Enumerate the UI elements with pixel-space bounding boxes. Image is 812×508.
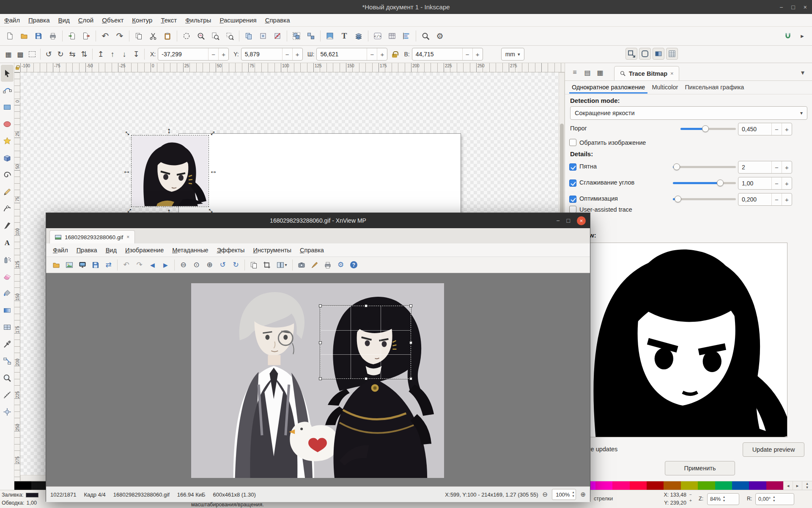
apply-button[interactable]: Применить [665, 461, 735, 475]
threshold-spinbox[interactable]: 0,450−+ [738, 123, 792, 135]
tool-connector[interactable] [1, 353, 14, 370]
palette-color[interactable] [698, 481, 715, 490]
xn-browser-button[interactable] [49, 259, 63, 271]
selection-handle-top-left[interactable] [319, 304, 322, 307]
x-increment[interactable]: + [218, 48, 228, 60]
flip-vertical-button[interactable]: ⇅ [78, 48, 90, 60]
layers-panel-icon[interactable]: ▤ [581, 66, 594, 79]
coord-spin-buttons[interactable]: −+ [689, 492, 692, 504]
lower-to-bottom-button[interactable]: ↧ [130, 48, 142, 60]
menu-layer[interactable]: Слой [74, 14, 98, 27]
coord-plus-icon[interactable]: + [689, 498, 692, 504]
xml-editor-button[interactable]: </> [370, 29, 385, 43]
xn-menu-image[interactable]: Изображение [121, 243, 168, 257]
cut-button[interactable] [146, 29, 160, 43]
lower-button[interactable]: ↓ [118, 48, 130, 60]
palette-color[interactable] [715, 481, 732, 490]
y-field[interactable]: 5,879−+ [241, 48, 303, 61]
xn-zoom-fit-button[interactable]: ⊙ [190, 259, 203, 271]
transform-gradients-toggle[interactable] [653, 48, 664, 60]
xn-rotate-right-button[interactable]: ↻ [229, 259, 242, 271]
xn-menu-effects[interactable]: Эффекты [213, 243, 249, 257]
xn-status-zoom-in-icon[interactable]: ⊕ [580, 491, 586, 498]
palette-color[interactable] [14, 481, 31, 490]
xn-help-button[interactable]: ? [347, 259, 360, 271]
palette-down-icon[interactable]: ▾ [806, 486, 808, 489]
xn-copy-move-button[interactable] [247, 259, 260, 271]
selection-handle-bottom[interactable] [365, 377, 368, 380]
xn-menu-tools[interactable]: Инструменты [249, 243, 296, 257]
xn-zoom-out-button[interactable]: ⊖ [177, 259, 190, 271]
trace-tab-close-icon[interactable]: × [670, 70, 674, 77]
height-value[interactable]: 44,715 [412, 51, 462, 58]
text-dialog-button[interactable]: T [337, 29, 351, 43]
select-all-button[interactable]: ▦ [3, 48, 14, 60]
import-button[interactable] [65, 29, 79, 43]
xn-menu-file[interactable]: Файл [49, 243, 72, 257]
smoothing-slider[interactable] [673, 182, 736, 184]
tool-mesh-gradient[interactable] [1, 319, 14, 336]
minimize-button[interactable]: − [779, 4, 783, 11]
zoom-selection-button[interactable] [222, 29, 237, 43]
speckles-increment[interactable]: + [782, 161, 792, 173]
y-value[interactable]: 5,879 [241, 51, 282, 58]
selection-handle-left[interactable] [319, 341, 322, 344]
selection-handle-top[interactable] [365, 304, 368, 307]
invert-image-checkbox[interactable] [569, 139, 576, 146]
update-preview-button[interactable]: Update preview [743, 442, 804, 457]
align-distribute-button[interactable] [399, 29, 414, 43]
tab-single-scan[interactable]: Однократное разложение [569, 81, 647, 94]
xn-zoom-spin-arrows[interactable]: ▴▾ [572, 491, 574, 498]
xnview-window[interactable]: 1680298293288060.gif - XnView MP − □ × 1… [46, 213, 590, 502]
select-all-layers-button[interactable]: ▩ [14, 48, 26, 60]
tool-bezier-pen[interactable] [1, 200, 14, 217]
tool-tweak[interactable] [1, 403, 14, 420]
xn-menu-metadata[interactable]: Метаданные [168, 243, 212, 257]
ungroup-button[interactable] [304, 29, 318, 43]
width-increment[interactable]: + [377, 48, 387, 60]
objects-panel-icon[interactable]: ≡ [568, 66, 581, 79]
redo-button[interactable]: ↷ [112, 29, 127, 43]
optimize-checkbox[interactable] [569, 196, 576, 203]
width-value[interactable]: 56,621 [317, 51, 367, 58]
y-increment[interactable]: + [292, 48, 302, 60]
paste-button[interactable] [160, 29, 175, 43]
tool-gradient[interactable] [1, 302, 14, 319]
tool-zoom[interactable] [1, 370, 14, 387]
optimize-spinbox[interactable]: 0,200−+ [738, 193, 792, 206]
panel-menu-chevron-icon[interactable]: ▾ [796, 66, 809, 79]
xnview-image-tab[interactable]: 1680298293288060.gif × [49, 230, 135, 243]
trace-bitmap-tab[interactable]: Trace Bitmap × [614, 66, 679, 80]
threshold-increment[interactable]: + [782, 123, 792, 135]
xnview-minimize-button[interactable]: − [556, 217, 560, 224]
open-document-button[interactable] [17, 29, 31, 43]
xnview-titlebar[interactable]: 1680298293288060.gif - XnView MP − □ × [46, 213, 590, 228]
flip-horizontal-button[interactable]: ⇆ [66, 48, 78, 60]
lock-ratio-button[interactable] [389, 48, 401, 60]
scale-stroke-toggle[interactable] [625, 48, 637, 60]
tool-rectangle[interactable] [1, 99, 14, 116]
photo-canvas[interactable] [191, 283, 444, 478]
tool-node-editor[interactable] [1, 82, 14, 99]
height-field[interactable]: 44,715−+ [412, 48, 483, 61]
xn-zoom-value[interactable]: 100% [556, 491, 570, 498]
zoom-drawing-button[interactable] [194, 29, 208, 43]
selection-handle-bottom-left[interactable] [319, 377, 322, 380]
xnview-image-area[interactable] [46, 273, 590, 486]
xn-save-button[interactable] [89, 259, 102, 271]
smoothing-spinbox[interactable]: 1,00−+ [738, 177, 792, 190]
speckles-slider[interactable] [673, 166, 736, 168]
zoom-value[interactable]: 84% [710, 496, 721, 502]
xn-fullscreen-button[interactable] [76, 259, 89, 271]
detection-mode-dropdown[interactable]: Сокращение яркости ▾ [570, 106, 807, 120]
layers-dialog-button[interactable] [351, 29, 366, 43]
tool-text[interactable]: A [1, 234, 14, 251]
undo-button[interactable]: ↶ [98, 29, 112, 43]
menu-extensions[interactable]: Расширения [215, 14, 261, 27]
selected-image-object[interactable]: ↔ ↕ ↔ ↔ ↔ ↕ ↔ ↔ [132, 136, 208, 206]
tool-paint-bucket[interactable] [1, 285, 14, 302]
menu-path[interactable]: Контур [128, 14, 156, 27]
new-document-button[interactable] [3, 29, 17, 43]
speckles-value[interactable]: 2 [738, 164, 771, 171]
toolbar-collapse-button[interactable]: ▸ [795, 29, 809, 43]
